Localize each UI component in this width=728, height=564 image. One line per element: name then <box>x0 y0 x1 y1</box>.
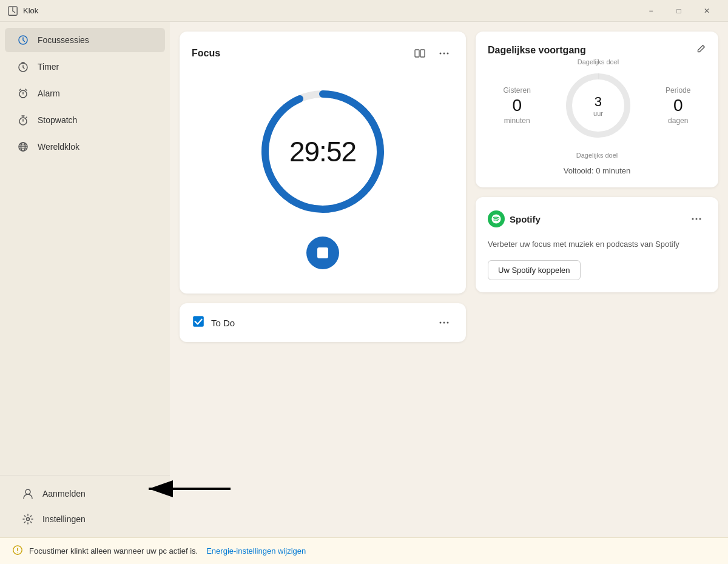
sidebar-label-wereldklok: Wereldklok <box>38 142 79 152</box>
spotify-description: Verbeter uw focus met muziek en podcasts… <box>488 238 706 250</box>
app-title: Klok <box>23 6 637 15</box>
spotify-name: Spotify <box>510 214 541 224</box>
svg-rect-15 <box>420 50 425 57</box>
sidebar-item-wereldklok[interactable]: Wereldklok <box>5 135 165 159</box>
sidebar-item-stopwatch[interactable]: Stopwatch <box>5 108 165 132</box>
svg-point-28 <box>696 218 698 220</box>
stat-yesterday-label: Gisteren <box>504 86 531 95</box>
timer-circle: 29:52 <box>256 85 389 218</box>
stat-yesterday-value: 0 <box>504 97 531 114</box>
donut-label-row: Dagelijks doel <box>488 152 706 159</box>
sidebar-item-focussessies[interactable]: Focussessies <box>5 28 165 52</box>
progress-title: Dagelijkse voortgang <box>488 45 586 56</box>
content-area: Focus <box>170 22 728 537</box>
right-column: Dagelijkse voortgang Gisteren 0 minuten <box>476 32 718 528</box>
alarm-icon <box>17 87 29 99</box>
sidebar-bottom: Aanmelden Instellingen <box>0 475 170 537</box>
spotify-logo: Spotify <box>488 210 541 227</box>
progress-stats: Gisteren 0 minuten 3 uur <box>488 69 706 142</box>
stat-yesterday-unit: minuten <box>504 116 531 125</box>
titlebar: Klok − □ ✕ <box>0 0 728 22</box>
stat-period-value: 0 <box>666 97 690 114</box>
svg-point-22 <box>440 322 442 324</box>
spotify-connect-button[interactable]: Uw Spotify koppelen <box>488 260 581 280</box>
app-icon <box>7 5 18 16</box>
sidebar-item-alarm[interactable]: Alarm <box>5 81 165 106</box>
minimize-button[interactable]: − <box>637 0 665 22</box>
notification-icon <box>12 545 23 558</box>
sidebar: Focussessies Timer Alarm <box>0 22 170 537</box>
svg-point-27 <box>692 218 694 220</box>
maximize-button[interactable]: □ <box>665 0 693 22</box>
notification-bar: Focustimer klinkt alleen wanneer uw pc a… <box>0 537 728 564</box>
donut-goal-center: Dagelijks doel <box>576 152 618 159</box>
stat-yesterday: Gisteren 0 minuten <box>504 86 531 125</box>
svg-rect-14 <box>415 50 419 57</box>
svg-point-24 <box>447 322 449 324</box>
svg-point-13 <box>27 518 30 521</box>
todo-more-button[interactable] <box>434 313 454 332</box>
notification-message: Focustimer klinkt alleen wanneer uw pc a… <box>29 546 198 556</box>
close-button[interactable]: ✕ <box>693 0 721 22</box>
spotify-card: Spotify Verbeter uw focus met muziek en … <box>476 197 718 292</box>
focus-more-button[interactable] <box>434 44 454 63</box>
timer-section: 29:52 <box>192 73 454 281</box>
donut-value: 3 <box>593 94 603 110</box>
svg-point-33 <box>17 551 18 552</box>
stat-period-label: Periode <box>666 86 690 95</box>
donut-goal-label: Dagelijks doel <box>578 58 619 65</box>
sidebar-label-timer: Timer <box>38 62 59 72</box>
progress-header: Dagelijkse voortgang <box>488 44 706 57</box>
stop-button[interactable] <box>306 237 339 269</box>
svg-line-2 <box>13 11 15 13</box>
sidebar-item-aanmelden[interactable]: Aanmelden <box>10 482 160 506</box>
sidebar-label-focussessies: Focussessies <box>38 35 89 45</box>
spotify-more-button[interactable] <box>687 209 706 229</box>
donut-center: 3 uur <box>593 94 603 117</box>
progress-completed: Voltooid: 0 minuten <box>488 166 706 175</box>
timer-display: 29:52 <box>289 135 356 168</box>
focus-card: Focus <box>180 32 466 294</box>
spotify-logo-icon <box>488 210 505 227</box>
main-layout: Focussessies Timer Alarm <box>0 22 728 537</box>
daily-progress-card: Dagelijkse voortgang Gisteren 0 minuten <box>476 32 718 187</box>
focus-expand-button[interactable] <box>410 44 430 63</box>
svg-point-29 <box>699 218 701 220</box>
aanmelden-icon <box>22 488 34 500</box>
wereldklok-icon <box>17 141 29 153</box>
sidebar-item-timer[interactable]: Timer <box>5 55 165 79</box>
sidebar-label-aanmelden: Aanmelden <box>42 489 86 499</box>
stopwatch-icon <box>17 114 29 126</box>
spotify-header: Spotify <box>488 209 706 229</box>
sidebar-item-instellingen[interactable]: Instellingen <box>10 507 160 531</box>
focus-card-actions <box>410 44 454 63</box>
stat-period: Periode 0 dagen <box>666 86 690 125</box>
focussessies-icon <box>17 34 29 46</box>
focus-card-title: Focus <box>192 48 220 59</box>
daily-goal-label-2: Dagelijks doel <box>576 152 618 159</box>
svg-point-16 <box>440 53 442 55</box>
svg-point-17 <box>443 53 445 55</box>
edit-icon[interactable] <box>695 44 706 57</box>
todo-card: To Do <box>180 303 466 342</box>
svg-point-12 <box>25 489 30 494</box>
svg-point-18 <box>447 53 449 55</box>
focus-card-header: Focus <box>192 44 454 63</box>
donut-unit: uur <box>593 110 603 117</box>
todo-left: To Do <box>192 315 235 331</box>
stat-period-unit: dagen <box>666 116 690 125</box>
notification-link[interactable]: Energie-instellingen wijzigen <box>206 546 306 556</box>
instellingen-icon <box>22 513 34 525</box>
sidebar-spacer <box>0 160 170 475</box>
sidebar-label-alarm: Alarm <box>38 89 60 98</box>
donut-chart: 3 uur Dagelijks doel <box>562 69 635 142</box>
sidebar-label-stopwatch: Stopwatch <box>38 115 77 125</box>
todo-check-icon <box>192 315 205 331</box>
sidebar-label-instellingen: Instellingen <box>42 514 86 524</box>
left-column: Focus <box>180 32 466 528</box>
stop-icon <box>317 247 328 258</box>
svg-point-23 <box>443 322 445 324</box>
timer-icon <box>17 61 29 73</box>
window-controls: − □ ✕ <box>637 0 721 22</box>
todo-label: To Do <box>211 318 235 328</box>
